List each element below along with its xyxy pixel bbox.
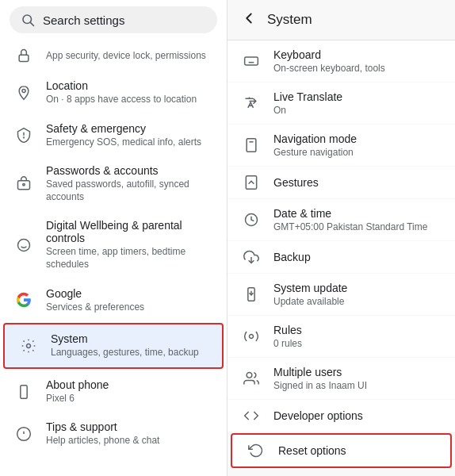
reset-options-title: Reset options [278,444,346,457]
right-list: Keyboard On-screen keyboard, tools Live … [228,40,455,476]
location-title: Location [46,79,197,92]
svg-rect-15 [245,57,258,65]
safety-subtitle: Emergency SOS, medical info, alerts [46,136,201,149]
svg-rect-6 [18,181,30,190]
sidebar-item-safety[interactable]: Safety & emergency Emergency SOS, medica… [0,114,227,157]
wellbeing-title: Digital Wellbeing & parental controls [46,219,214,244]
settings-list: App security, device lock, permissions L… [0,40,227,476]
sidebar-item-passwords[interactable]: Passwords & accounts Saved passwords, au… [0,156,227,211]
sidebar-item-system[interactable]: System Languages, gestures, time, backup [3,323,224,369]
system-update-icon [240,286,262,302]
svg-point-3 [22,89,25,92]
tips-subtitle: Help articles, phone & chat [46,435,159,447]
navigation-mode-title: Navigation mode [273,132,357,145]
right-item-gestures[interactable]: Gestures [228,167,455,198]
right-item-developer-options[interactable]: Developer options [228,400,455,432]
right-item-live-translate[interactable]: Live Translate On [228,83,455,124]
right-item-date-time[interactable]: Date & time GMT+05:00 Pakistan Standard … [228,199,455,240]
gestures-title: Gestures [273,176,319,189]
passwords-title: Passwords & accounts [46,164,214,177]
lock-icon [13,48,35,63]
multiple-users-subtitle: Signed in as Inaam UI [273,380,367,391]
sidebar-item-digital-wellbeing[interactable]: Digital Wellbeing & parental controls Sc… [0,211,227,278]
svg-point-30 [247,373,252,378]
gestures-icon [240,175,262,190]
about-phone-title: About phone [46,378,109,391]
system-update-subtitle: Update available [273,296,347,307]
right-item-backup[interactable]: Backup [228,241,455,273]
translate-icon [240,95,262,111]
right-item-multiple-users[interactable]: Multiple users Signed in as Inaam UI [228,358,455,399]
svg-point-5 [24,137,25,138]
right-item-keyboard[interactable]: Keyboard On-screen keyboard, tools [228,40,455,82]
svg-rect-23 [246,176,256,190]
date-time-title: Date & time [273,207,427,220]
rules-subtitle: 0 rules [273,338,302,349]
svg-rect-12 [21,385,27,398]
navigation-icon [240,137,262,153]
date-time-subtitle: GMT+05:00 Pakistan Standard Time [273,221,427,232]
right-item-system-update[interactable]: System update Update available [228,274,455,315]
navigation-mode-subtitle: Gesture navigation [273,147,357,158]
backup-icon [240,249,262,265]
sidebar-item-app-security[interactable]: App security, device lock, permissions [0,40,227,71]
phone-icon [13,384,35,400]
keyboard-title: Keyboard [273,48,385,61]
google-subtitle: Services & preferences [46,301,144,314]
svg-line-1 [30,22,33,25]
keyboard-subtitle: On-screen keyboard, tools [273,63,385,74]
search-icon [21,13,35,27]
rules-title: Rules [273,324,302,336]
search-label: Search settings [43,13,124,27]
sidebar-item-tips[interactable]: Tips & support Help articles, phone & ch… [0,413,227,455]
backup-title: Backup [273,251,311,263]
reset-icon [245,443,267,459]
wellbeing-icon [13,237,35,253]
svg-rect-2 [19,55,29,61]
sidebar-item-about-phone[interactable]: About phone Pixel 6 [0,370,227,413]
system-title: System [51,332,199,345]
developer-icon [240,408,262,424]
multiple-users-title: Multiple users [273,366,367,378]
svg-point-11 [27,344,31,347]
right-item-navigation-mode[interactable]: Navigation mode Gesture navigation [228,125,455,166]
sidebar-item-google[interactable]: Google Services & preferences [0,279,227,322]
about-phone-subtitle: Pixel 6 [46,393,109,405]
developer-options-title: Developer options [273,409,363,422]
right-item-rules[interactable]: Rules 0 rules [228,316,455,357]
svg-point-29 [250,335,254,339]
safety-title: Safety & emergency [46,122,201,135]
app-security-subtitle: App security, device lock, permissions [46,50,206,63]
right-item-reset-options[interactable]: Reset options [231,433,452,468]
keyboard-icon [240,53,262,69]
passwords-subtitle: Saved passwords, autofill, synced accoun… [46,178,214,203]
system-icon [17,338,40,354]
right-panel: System Keyboard On-screen keyboard, tool… [228,0,455,476]
passwords-icon [13,176,35,192]
system-subtitle: Languages, gestures, time, backup [51,347,199,359]
clock-icon [240,212,262,228]
right-header: System [228,0,455,40]
google-title: Google [46,287,144,300]
tips-icon [13,426,35,442]
search-bar[interactable]: Search settings [10,6,217,33]
users-icon [240,370,262,386]
google-icon [13,292,35,308]
wellbeing-subtitle: Screen time, app timers, bedtime schedul… [46,246,214,271]
live-translate-subtitle: On [273,105,342,116]
location-subtitle: On · 8 apps have access to location [46,94,197,106]
left-panel: Search settings App security, device loc… [0,0,228,476]
svg-point-8 [18,239,30,251]
safety-icon [13,127,35,143]
back-button[interactable] [240,10,258,30]
svg-point-7 [23,183,25,186]
live-translate-title: Live Translate [273,90,342,103]
sidebar-item-location[interactable]: Location On · 8 apps have access to loca… [0,71,227,114]
system-update-title: System update [273,282,347,294]
location-icon [13,85,35,101]
rules-icon [240,328,262,344]
page-title: System [267,12,312,28]
svg-rect-21 [247,139,256,152]
tips-title: Tips & support [46,420,159,433]
